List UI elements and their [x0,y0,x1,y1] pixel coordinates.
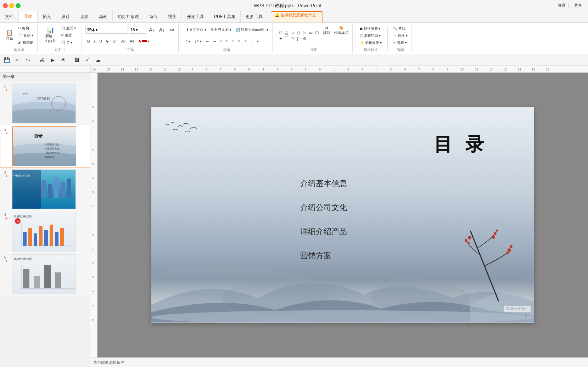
add-image-button[interactable]: 🖼 [72,55,82,64]
svg-text:4: 4 [262,68,264,71]
slide-thumb-3[interactable]: 3 ★ 介绍基本信息 [0,168,90,210]
svg-text:9: 9 [447,68,448,71]
new-slide-button[interactable]: 📊 新建幻灯片 [43,24,58,47]
shape-circle[interactable]: ○ [290,30,296,35]
cut-button[interactable]: ✂ 剪切 [16,25,35,32]
justify-button[interactable]: ≡ [243,39,248,44]
save-button[interactable]: 💾 [2,55,11,64]
clear-format-button[interactable]: ✕A [167,27,176,33]
font-color-button[interactable]: A ▾ [137,39,151,44]
quick-toolbar: 💾 ↩ ↪ 🖨 ▶ 👁 🖼 ✓ ☁ [0,54,588,66]
tab-view[interactable]: 视图 [163,11,182,22]
cloud-sync-button[interactable]: ☁ [94,55,103,64]
slide-thumb-5[interactable]: 5 ★ 比较数据柱状图 [0,253,90,295]
indent-inc-button[interactable]: ⇒ [211,39,218,44]
tab-pdf[interactable]: PDF工具集 [209,11,241,22]
redo-button[interactable]: ↪ [23,55,33,64]
font-size-selector[interactable]: 18 ▾ [129,26,146,34]
find-button[interactable]: 🔍 查找 [391,26,409,32]
tab-review[interactable]: 审阅 [144,11,163,22]
shape-more[interactable]: ⊕ [302,36,308,41]
tab-file[interactable]: 文件 [0,11,19,22]
slide-main-content[interactable]: 目 录 [151,107,534,323]
slide-preview-4: 比较数据柱状图 W [12,212,75,251]
bold-button[interactable]: B [85,39,91,44]
format-painter-button[interactable]: 🖌 格式刷 [16,39,35,46]
shape-hex[interactable]: ⬡ [314,30,320,35]
layout-button[interactable]: 📋 版式 ▾ [59,25,78,32]
svg-text:营销方案: 营销方案 [45,156,55,159]
align-text-button[interactable]: ⊟ 对齐文本 ▾ [209,27,233,33]
shape-curve[interactable]: ⌒ [284,36,290,41]
replace-button[interactable]: ↔ 替换 ▾ [391,33,409,39]
char-spacing-button[interactable]: AV [119,39,128,44]
eyecare-button[interactable]: 👁 [58,55,68,64]
close-button[interactable] [3,3,8,8]
slideshow-button[interactable]: ▶ [48,55,57,64]
section-button[interactable]: 📑 节 ▾ [59,39,78,46]
print-preview-button[interactable]: 🖨 [37,55,46,64]
shape-triangle[interactable]: △ [284,30,290,35]
slide-thumb-4[interactable]: 4 ★ 比较数据柱状图 W [0,210,90,253]
font-name-selector[interactable]: 宋体 ▾ [85,26,128,34]
shape-rect2[interactable]: ▭ [308,30,314,35]
copy-button[interactable]: 📄 复制 ▾ [16,32,35,39]
text-direction-button[interactable]: ⬆ 文字方向 ▾ [184,27,208,33]
shape-effect-button[interactable]: ✨ 形状效果 ▾ [358,40,384,46]
reset-button[interactable]: ↺ 重置 [59,32,78,39]
shape-rect[interactable]: □ [278,30,284,35]
shape-star[interactable]: ✦ [278,36,284,41]
proofing-button[interactable]: ✓ [83,55,92,64]
bullets-button[interactable]: ≡ ▾ [184,39,192,44]
svg-rect-64 [55,232,58,246]
login-button[interactable]: 登录 [555,2,569,9]
font-increase-button[interactable]: A↑ [147,26,156,33]
shape-outline-button[interactable]: ▢ 形状轮廓 ▾ [358,33,384,39]
tab-design[interactable]: 设计 [56,11,75,22]
font-decrease-button[interactable]: A↓ [157,26,167,33]
minimize-button[interactable] [9,3,14,8]
shape-wave[interactable]: 〜 [290,36,296,41]
numbering-button[interactable]: 1≡ ▾ [193,39,203,44]
slide-thumb-2[interactable]: 2 ★ 目录 介绍基本信息 介绍公司文化 详细介绍产品 营销方案 [0,125,90,168]
share-button[interactable]: 共享 [571,2,585,9]
strikethrough-button[interactable]: S [105,39,111,44]
arrange-button[interactable]: 🗂 排列 [321,24,332,47]
ask-bar[interactable]: 🔔 告诉我您想要做什么... [271,11,323,22]
underline-button[interactable]: U [97,39,103,44]
align-center-button[interactable]: ≡ [230,39,236,44]
tab-slideshow[interactable]: 幻灯片放映 [113,11,144,22]
watermark-icon: ◎ [506,307,510,311]
shape-arrow[interactable]: ▷ [302,30,308,35]
maximize-button[interactable] [16,3,21,8]
paragraph-label: 段落 [184,47,270,52]
quick-style-button[interactable]: 🎨 快速样式 [332,24,350,47]
shadow-button[interactable]: S⁻ [111,39,119,44]
align-right-button[interactable]: ≡ [236,39,242,44]
tab-insert[interactable]: 插入 [38,11,56,22]
indent-dec-button[interactable]: ⇐ [204,39,211,44]
align-left-button[interactable]: ≡ [224,39,230,44]
shape-fill-button[interactable]: ◼ 形状填充 ▾ [358,26,384,32]
tab-developer[interactable]: 开发工具 [182,11,209,22]
line-spacing-dropdown[interactable]: ▾ [255,39,261,44]
shape-diamond[interactable]: ◇ [296,30,302,35]
shape-brace[interactable]: { } [296,36,302,41]
tab-more[interactable]: 更多工具 [241,11,268,22]
paste-button[interactable]: 📋 粘贴 [4,24,16,47]
tab-transition[interactable]: 切换 [75,11,94,22]
line-spacing-button[interactable]: ↕ [249,39,254,44]
tab-home[interactable]: 开始 [19,11,38,22]
slide-thumb-1[interactable]: 1 ★ PPT教程 PPT [0,82,90,125]
tab-animation[interactable]: 动画 [94,11,113,22]
svg-text:目录: 目录 [34,134,43,139]
smartart-button[interactable]: 🔄 转换为SmartArt ▾ [234,27,270,33]
comment-bar[interactable]: 单击此处添加备注 [90,357,588,367]
italic-button[interactable]: I [93,39,97,44]
undo-button[interactable]: ↩ [13,55,22,64]
slides-label: 幻灯片 [43,47,78,52]
select-button[interactable]: ⊹ 选择 ▾ [391,40,409,46]
svg-text:8: 8 [206,68,207,71]
case-button[interactable]: Aa [128,39,136,44]
columns-button[interactable]: ⫴ [218,38,223,44]
